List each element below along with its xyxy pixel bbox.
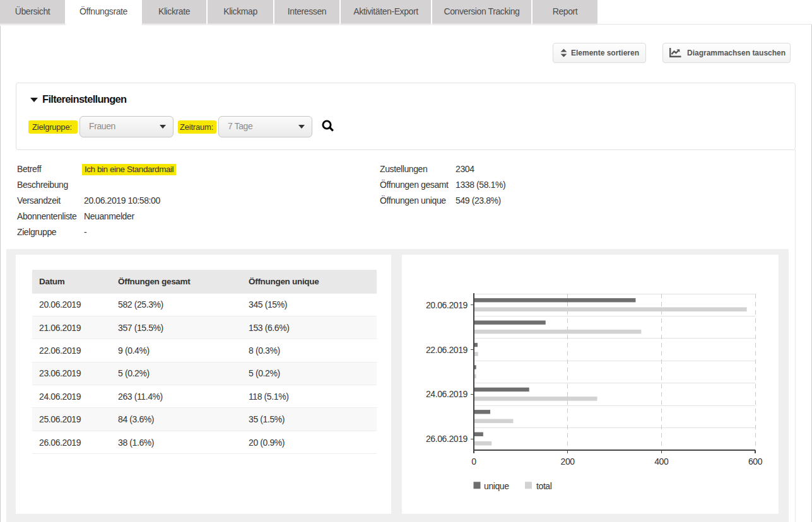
svg-text:200: 200	[561, 456, 575, 467]
svg-text:22.06.2019: 22.06.2019	[426, 345, 468, 355]
svg-text:unique: unique	[484, 481, 509, 491]
svg-text:total: total	[536, 481, 552, 491]
svg-text:400: 400	[654, 456, 669, 467]
svg-text:600: 600	[748, 456, 763, 467]
svg-text:24.06.2019: 24.06.2019	[426, 389, 468, 399]
svg-text:26.06.2019: 26.06.2019	[426, 434, 468, 444]
svg-text:0: 0	[471, 456, 476, 467]
svg-text:20.06.2019: 20.06.2019	[426, 300, 468, 310]
